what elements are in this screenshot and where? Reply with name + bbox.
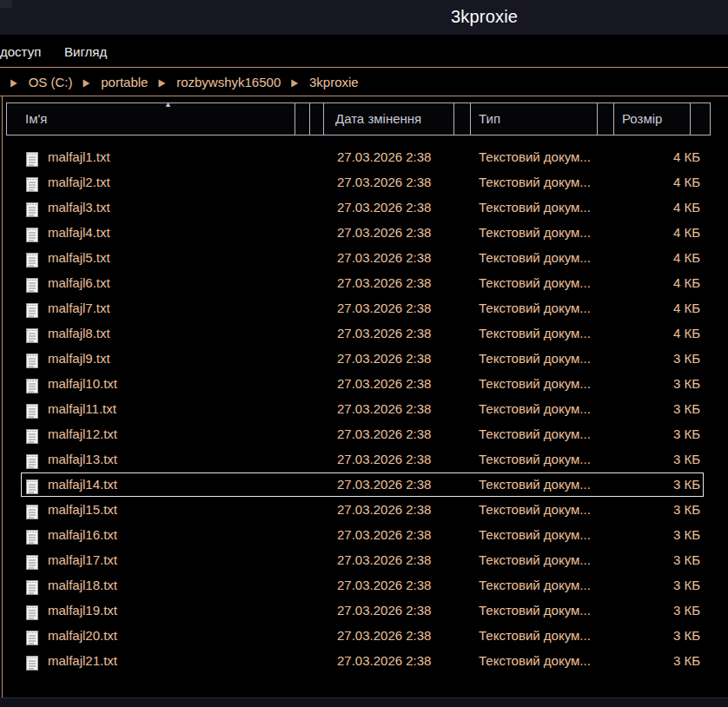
file-row[interactable]: malfajl6.txt27.03.2026 2:38Текстовий док… [0, 270, 728, 295]
file-row[interactable]: malfajl15.txt27.03.2026 2:38Текстовий до… [0, 497, 728, 522]
file-type: Текстовий докум... [479, 195, 602, 220]
file-size: 3 КБ [608, 572, 700, 598]
column-header-size[interactable]: Розмір [613, 102, 691, 135]
breadcrumb-item-drive[interactable]: OS (C:) [29, 75, 73, 89]
file-type: Текстовий докум... [479, 144, 602, 169]
file-row[interactable]: malfajl5.txt27.03.2026 2:38Текстовий док… [0, 245, 728, 270]
file-type: Текстовий докум... [479, 497, 602, 522]
text-document-icon [26, 502, 38, 517]
file-name: malfajl9.txt [48, 346, 110, 371]
file-row[interactable]: malfajl13.txt27.03.2026 2:38Текстовий до… [0, 446, 728, 472]
text-document-icon [26, 452, 38, 466]
file-date-modified: 27.03.2026 2:38 [337, 245, 431, 270]
file-row[interactable]: malfajl14.txt27.03.2026 2:38Текстовий до… [0, 472, 728, 497]
file-date-modified: 27.03.2026 2:38 [337, 320, 431, 346]
file-row[interactable]: malfajl8.txt27.03.2026 2:38Текстовий док… [0, 320, 728, 346]
file-name: malfajl19.txt [48, 598, 117, 623]
file-date-modified: 27.03.2026 2:38 [337, 572, 431, 598]
file-name: malfajl12.txt [48, 421, 117, 446]
chevron-right-icon[interactable]: ▶ [158, 76, 165, 88]
text-document-icon [26, 376, 38, 391]
column-spacer[interactable] [295, 102, 310, 135]
file-date-modified: 27.03.2026 2:38 [337, 396, 431, 421]
chevron-right-icon[interactable]: ▶ [10, 76, 17, 88]
file-row[interactable]: malfajl4.txt27.03.2026 2:38Текстовий док… [0, 220, 728, 245]
file-type: Текстовий докум... [479, 446, 602, 472]
file-row[interactable]: malfajl20.txt27.03.2026 2:38Текстовий до… [0, 623, 728, 648]
file-type: Текстовий докум... [479, 472, 602, 497]
file-type: Текстовий докум... [479, 169, 602, 195]
file-size: 3 КБ [608, 648, 700, 673]
tab-view[interactable]: Вигляд [64, 44, 107, 59]
file-row[interactable]: malfajl16.txt27.03.2026 2:38Текстовий до… [0, 522, 728, 547]
chevron-right-icon[interactable]: ▶ [83, 76, 90, 88]
column-spacer[interactable] [597, 102, 614, 135]
file-row[interactable]: malfajl11.txt27.03.2026 2:38Текстовий до… [0, 396, 728, 421]
text-document-icon [26, 250, 38, 265]
file-row[interactable]: malfajl19.txt27.03.2026 2:38Текстовий до… [0, 598, 728, 623]
file-name: malfajl20.txt [48, 623, 117, 648]
file-size: 3 КБ [608, 623, 700, 648]
file-size: 4 КБ [608, 220, 700, 245]
file-name: malfajl18.txt [48, 572, 117, 598]
file-row[interactable]: malfajl12.txt27.03.2026 2:38Текстовий до… [0, 421, 728, 446]
file-date-modified: 27.03.2026 2:38 [337, 446, 431, 472]
file-type: Текстовий докум... [479, 270, 602, 295]
file-row[interactable]: malfajl17.txt27.03.2026 2:38Текстовий до… [0, 547, 728, 572]
divider-under-breadcrumb [0, 96, 728, 96]
file-date-modified: 27.03.2026 2:38 [337, 346, 431, 371]
file-name: malfajl4.txt [48, 220, 110, 245]
column-header-type[interactable]: Тип [470, 102, 598, 135]
tab-share[interactable]: доступ [0, 44, 41, 59]
file-date-modified: 27.03.2026 2:38 [337, 648, 431, 673]
file-size: 4 КБ [608, 270, 700, 295]
text-document-icon [26, 225, 38, 240]
column-spacer[interactable] [690, 102, 711, 135]
file-date-modified: 27.03.2026 2:38 [337, 472, 431, 497]
file-name: malfajl13.txt [48, 446, 117, 472]
breadcrumb-item-portable[interactable]: portable [101, 75, 148, 89]
breadcrumb-item-current[interactable]: 3kproxie [309, 75, 359, 89]
file-size: 3 КБ [608, 598, 700, 623]
file-name: malfajl6.txt [48, 270, 110, 295]
file-size: 3 КБ [608, 472, 700, 497]
text-document-icon [26, 149, 38, 164]
column-spacer[interactable] [453, 102, 471, 135]
file-size: 3 КБ [608, 547, 700, 572]
column-header-name[interactable]: Ім'я [6, 102, 295, 135]
file-date-modified: 27.03.2026 2:38 [337, 497, 431, 522]
chevron-right-icon[interactable]: ▶ [291, 76, 298, 88]
text-document-icon [26, 603, 38, 618]
file-date-modified: 27.03.2026 2:38 [337, 547, 431, 572]
file-row[interactable]: malfajl18.txt27.03.2026 2:38Текстовий до… [0, 572, 728, 598]
file-name: malfajl2.txt [48, 169, 110, 195]
file-row[interactable]: malfajl21.txt27.03.2026 2:38Текстовий до… [0, 648, 728, 673]
titlebar-corner-highlight [0, 0, 12, 8]
breadcrumb-item-rozbywshyk[interactable]: rozbywshyk16500 [176, 75, 281, 89]
file-type: Текстовий докум... [479, 648, 602, 673]
column-header-date-modified[interactable]: Дата змінення [323, 102, 454, 135]
text-document-icon [26, 301, 38, 315]
file-row[interactable]: malfajl10.txt27.03.2026 2:38Текстовий до… [0, 371, 728, 396]
file-row[interactable]: malfajl9.txt27.03.2026 2:38Текстовий док… [0, 346, 728, 371]
file-type: Текстовий докум... [479, 421, 602, 446]
column-header-row: Ім'я Дата змінення Тип Розмір [6, 102, 711, 135]
file-name: malfajl21.txt [48, 648, 117, 673]
file-row[interactable]: malfajl1.txt27.03.2026 2:38Текстовий док… [0, 144, 728, 169]
file-type: Текстовий докум... [479, 572, 602, 598]
file-row[interactable]: malfajl3.txt27.03.2026 2:38Текстовий док… [0, 195, 728, 220]
file-name: malfajl1.txt [48, 144, 110, 169]
file-row[interactable]: malfajl7.txt27.03.2026 2:38Текстовий док… [0, 295, 728, 320]
file-date-modified: 27.03.2026 2:38 [337, 598, 431, 623]
file-name: malfajl14.txt [48, 472, 117, 497]
column-spacer[interactable] [309, 102, 324, 135]
file-size: 3 КБ [608, 396, 700, 421]
title-bar: 3kproxie [0, 0, 728, 35]
file-row[interactable]: malfajl2.txt27.03.2026 2:38Текстовий док… [0, 169, 728, 195]
text-document-icon [26, 401, 38, 416]
file-size: 3 КБ [608, 346, 700, 371]
file-type: Текстовий докум... [479, 371, 602, 396]
file-name: malfajl16.txt [48, 522, 117, 547]
file-type: Текстовий докум... [479, 547, 602, 572]
text-document-icon [26, 426, 38, 441]
